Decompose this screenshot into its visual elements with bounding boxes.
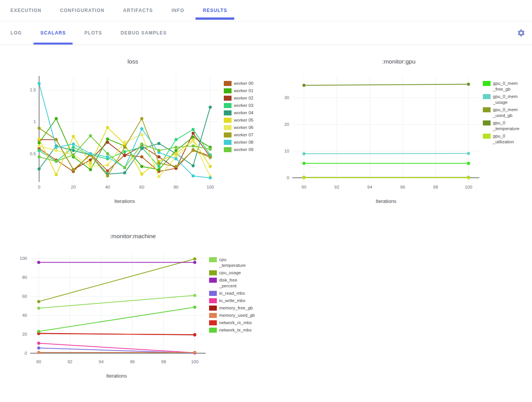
data-point-network-tx-mbs[interactable]: [37, 330, 40, 333]
tab-log[interactable]: LOG: [1, 21, 31, 45]
data-point-worker-05[interactable]: [106, 126, 109, 129]
legend-item-worker-02[interactable]: worker 02: [224, 95, 266, 101]
data-point-worker-04[interactable]: [72, 149, 75, 152]
tab-artifacts[interactable]: ARTIFACTS: [114, 0, 162, 21]
data-point-gpu-0-utilization[interactable]: [467, 176, 470, 179]
data-point-worker-02[interactable]: [157, 155, 160, 158]
tab-plots[interactable]: PLOTS: [75, 21, 112, 45]
data-point-worker-07[interactable]: [106, 174, 109, 177]
data-point-worker-08[interactable]: [175, 157, 178, 160]
data-point-worker-09[interactable]: [157, 149, 160, 152]
tab-results[interactable]: RESULTS: [194, 0, 237, 21]
data-point-worker-06[interactable]: [140, 133, 143, 136]
data-point-io-read-mbs[interactable]: [37, 347, 40, 350]
data-point-worker-03[interactable]: [192, 128, 195, 131]
data-point-worker-09[interactable]: [38, 155, 41, 158]
data-point-worker-09[interactable]: [106, 152, 109, 155]
legend-item-gpu-0-mem-usage[interactable]: gpu_0_mem_usage: [483, 94, 525, 105]
tab-execution[interactable]: EXECUTION: [1, 0, 51, 21]
legend-item-io-read-mbs[interactable]: io_read_mbs: [209, 290, 252, 296]
data-point-worker-01[interactable]: [89, 168, 92, 171]
data-point-gpu-0-temperature[interactable]: [467, 83, 470, 86]
legend-item-worker-04[interactable]: worker 04: [224, 110, 266, 116]
data-point-cpu-usage[interactable]: [37, 300, 40, 303]
data-point-worker-02[interactable]: [123, 154, 126, 157]
data-point-worker-00[interactable]: [106, 169, 109, 172]
data-point-worker-09[interactable]: [175, 146, 178, 149]
data-point-worker-02[interactable]: [106, 141, 109, 144]
data-point-worker-03[interactable]: [38, 149, 41, 152]
data-point-worker-05[interactable]: [175, 152, 178, 155]
data-point-gpu-0-mem-free-gb[interactable]: [467, 162, 470, 165]
tab-scalars[interactable]: SCALARS: [31, 21, 75, 45]
legend-item-disk-free-percent[interactable]: disk_free_percent: [209, 277, 252, 289]
legend-item-memory-free-gb[interactable]: memory_free_gb: [209, 305, 252, 311]
legend-item-memory-used-gb[interactable]: memory_used_gb: [209, 313, 252, 318]
legend-item-worker-03[interactable]: worker 03: [224, 103, 266, 108]
data-point-worker-09[interactable]: [192, 144, 195, 148]
data-point-cpu-temperature[interactable]: [37, 307, 40, 310]
legend-item-io-write-mbs[interactable]: io_write_mbs: [209, 298, 252, 304]
data-point-worker-08[interactable]: [192, 174, 195, 177]
settings-button[interactable]: [517, 29, 525, 37]
tab-configuration[interactable]: CONFIGURATION: [51, 0, 114, 21]
data-point-worker-04[interactable]: [192, 164, 195, 167]
legend-item-network-tx-mbs[interactable]: network_tx_mbs: [209, 327, 252, 333]
data-point-worker-09[interactable]: [89, 134, 92, 137]
data-point-worker-08[interactable]: [140, 127, 143, 131]
data-point-worker-03[interactable]: [123, 150, 126, 153]
data-point-worker-07[interactable]: [123, 146, 126, 149]
legend-item-network-rx-mbs[interactable]: network_rx_mbs: [209, 320, 252, 326]
data-point-worker-01[interactable]: [140, 165, 143, 168]
data-point-worker-04[interactable]: [38, 167, 41, 170]
data-point-worker-07[interactable]: [157, 161, 160, 165]
data-point-io-write-mbs[interactable]: [37, 342, 40, 345]
data-point-worker-06[interactable]: [157, 175, 160, 178]
data-point-worker-09[interactable]: [140, 143, 143, 146]
legend-item-worker-08[interactable]: worker 08: [224, 139, 266, 145]
data-point-worker-05[interactable]: [72, 135, 75, 138]
data-point-network-rx-mbs[interactable]: [193, 333, 196, 336]
data-point-worker-05[interactable]: [140, 172, 143, 175]
data-point-cpu-temperature[interactable]: [193, 294, 196, 297]
data-point-memory-used-gb[interactable]: [193, 351, 196, 354]
data-point-worker-01[interactable]: [55, 117, 58, 120]
data-point-worker-01[interactable]: [175, 149, 178, 152]
data-point-worker-09[interactable]: [55, 160, 58, 163]
data-point-worker-06[interactable]: [89, 165, 92, 168]
legend-item-cpu-temperature[interactable]: cpu_temperature: [209, 257, 252, 268]
data-point-worker-01[interactable]: [157, 168, 160, 171]
legend-item-worker-07[interactable]: worker 07: [224, 132, 266, 138]
data-point-worker-06[interactable]: [38, 144, 41, 148]
data-point-worker-04[interactable]: [157, 142, 160, 145]
data-point-gpu-0-mem-free-gb[interactable]: [302, 162, 305, 165]
legend-item-cpu-usage[interactable]: cpu_usage: [209, 270, 252, 276]
data-point-cpu-usage[interactable]: [193, 258, 196, 261]
data-point-worker-07[interactable]: [140, 117, 143, 120]
data-point-worker-03[interactable]: [72, 146, 75, 149]
data-point-gpu-0-mem-usage[interactable]: [467, 152, 470, 155]
data-point-memory-used-gb[interactable]: [37, 351, 40, 354]
data-point-worker-03[interactable]: [157, 165, 160, 168]
data-point-worker-09[interactable]: [209, 148, 212, 151]
legend-item-gpu-0-temperature[interactable]: gpu_0_temperature: [483, 120, 525, 132]
data-point-worker-08[interactable]: [209, 176, 212, 179]
data-point-worker-08[interactable]: [38, 82, 41, 85]
data-point-worker-06[interactable]: [106, 163, 109, 167]
data-point-worker-05[interactable]: [55, 173, 58, 176]
data-point-worker-04[interactable]: [140, 147, 143, 150]
legend-item-gpu-0-mem-used-gb[interactable]: gpu_0_mem_used_gb: [483, 107, 525, 119]
data-point-disk-free-percent[interactable]: [37, 261, 40, 264]
legend-item-worker-09[interactable]: worker 09: [224, 147, 266, 153]
legend-item-gpu-0-utilization[interactable]: gpu_0_utilization: [483, 133, 525, 145]
data-point-worker-00[interactable]: [140, 155, 143, 158]
tab-info[interactable]: INFO: [162, 0, 194, 21]
data-point-worker-01[interactable]: [106, 137, 109, 141]
data-point-worker-07[interactable]: [175, 165, 178, 168]
data-point-worker-07[interactable]: [209, 156, 212, 159]
data-point-worker-07[interactable]: [192, 149, 195, 152]
data-point-worker-05[interactable]: [89, 161, 92, 165]
data-point-worker-08[interactable]: [72, 143, 75, 146]
data-point-worker-08[interactable]: [89, 152, 92, 155]
data-point-disk-free-percent[interactable]: [193, 261, 196, 264]
